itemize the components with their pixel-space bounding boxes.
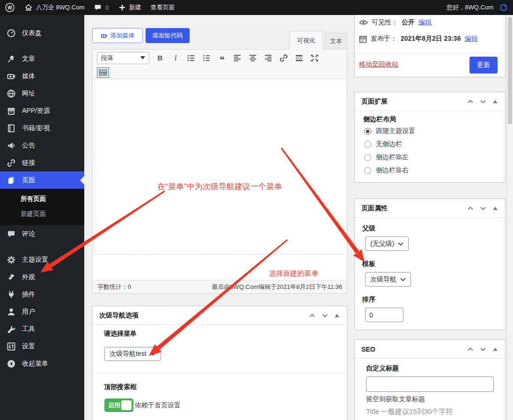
sidebar-item-label: 主题设置 <box>22 256 48 264</box>
sidebar-item-appearance[interactable]: 外观 <box>0 268 84 286</box>
sidebar-item-label: 页面 <box>22 176 35 184</box>
sidebar-item-label: 仪表盘 <box>22 29 42 37</box>
read-more-button[interactable] <box>294 53 304 63</box>
published-value: 2021年8月2日 23:36 <box>401 35 461 43</box>
menu-select[interactable]: 次级导航test <box>104 347 161 361</box>
blockquote-button[interactable]: ❝ <box>217 53 227 63</box>
add-media-label: 添加媒体 <box>110 31 135 40</box>
seo-panel: SEO 自定义标题 留空则获取文章标题 Title 一般建议15到30个字符 <box>354 339 506 420</box>
align-left-button[interactable] <box>233 53 242 63</box>
calendar-icon <box>359 35 367 43</box>
update-button[interactable]: 更新 <box>469 57 498 74</box>
align-center-button[interactable] <box>248 53 257 63</box>
radio-sidebar-left[interactable] <box>364 154 371 161</box>
dropdown-arrow-icon <box>140 56 145 59</box>
move-up-icon[interactable] <box>467 205 474 212</box>
sidebar-item-pages[interactable]: 页面 <box>0 171 84 189</box>
radio-no-sidebar[interactable] <box>364 141 371 148</box>
sidebar-item-app-resources[interactable]: APP/资源 <box>0 102 84 119</box>
editor-content-area[interactable]: 在“菜单”中为次级导航建议一个菜单 <box>93 79 347 280</box>
parent-label: 父级 <box>362 224 375 233</box>
sidebar-item-books-movies[interactable]: 书籍/影视 <box>0 119 84 137</box>
sidebar-item-links-site[interactable]: 网址 <box>0 85 84 102</box>
sidebar-item-links[interactable]: 链接 <box>0 154 84 171</box>
radio-option-row: 跟随主题设置 <box>364 127 415 135</box>
sidebar-item-comments[interactable]: 评论 <box>0 225 84 243</box>
parent-select[interactable]: (无父级) <box>365 236 409 251</box>
align-right-button[interactable] <box>264 53 273 63</box>
wordpress-logo[interactable]: W <box>0 0 20 15</box>
section-divider <box>93 373 347 373</box>
edit-published-link[interactable]: 编辑 <box>464 35 477 43</box>
move-down-icon[interactable] <box>479 98 487 105</box>
insert-link-button[interactable] <box>279 53 288 63</box>
sidebar-item-label: 收起菜单 <box>22 360 48 368</box>
comments-shortcut[interactable]: 0 <box>89 0 113 15</box>
sidebar-item-dashboard[interactable]: 仪表盘 <box>0 24 84 42</box>
order-input[interactable] <box>365 308 403 322</box>
site-menu[interactable]: 八万企 8WQ.Com <box>20 0 89 15</box>
radio-sidebar-right[interactable] <box>364 167 371 174</box>
sidebar-item-users[interactable]: 用户 <box>0 303 84 320</box>
visibility-label: 可见性： <box>372 18 398 27</box>
page-scrollbar[interactable] <box>506 15 513 420</box>
bold-button[interactable]: B <box>155 53 165 63</box>
my-account-menu[interactable]: 您好，8WQ.Com <box>442 0 498 15</box>
collapse-panel-icon[interactable] <box>334 312 340 319</box>
submenu-all-pages[interactable]: 所有页面 <box>0 192 84 206</box>
sidebar-collapse-menu[interactable]: 收起菜单 <box>0 355 84 372</box>
submenu-new-page[interactable]: 新建页面 <box>0 206 84 221</box>
sidebar-item-theme-settings[interactable]: 主题设置 <box>0 251 84 268</box>
radio-option-row: 无侧边栏 <box>364 140 402 148</box>
move-up-icon[interactable] <box>467 98 474 105</box>
template-select[interactable]: 次级导航 <box>365 272 411 287</box>
collapse-panel-icon[interactable] <box>492 205 498 212</box>
radio-follow-theme[interactable] <box>364 128 371 135</box>
megaphone-icon <box>6 141 16 150</box>
sidebar-item-announcements[interactable]: 公告 <box>0 137 84 154</box>
move-down-icon[interactable] <box>479 346 487 353</box>
collapse-panel-icon[interactable] <box>492 346 498 353</box>
sidebar-item-media[interactable]: 媒体 <box>0 67 84 85</box>
avatar[interactable] <box>498 2 509 13</box>
move-up-icon[interactable] <box>308 312 316 319</box>
sidebar-item-label: 插件 <box>22 290 35 299</box>
custom-title-input[interactable] <box>366 376 494 392</box>
italic-button[interactable]: I <box>171 53 180 63</box>
new-content-menu[interactable]: 新建 <box>114 0 146 15</box>
wrench-icon <box>6 324 16 334</box>
toggle-knob <box>121 400 132 410</box>
tab-visual[interactable]: 可视化 <box>289 31 323 50</box>
collapse-panel-icon[interactable] <box>492 98 498 105</box>
move-up-icon[interactable] <box>467 346 474 353</box>
add-media-button[interactable]: 添加媒体 <box>92 28 143 43</box>
bullet-list-button[interactable] <box>186 53 196 63</box>
order-label: 排序 <box>362 295 375 304</box>
toolbar-toggle-button[interactable] <box>97 67 109 78</box>
paragraph-outline <box>94 79 344 255</box>
pages-icon <box>6 176 16 185</box>
fullscreen-button[interactable] <box>310 53 319 63</box>
move-down-icon[interactable] <box>479 205 487 212</box>
view-page-link[interactable]: 查看页面 <box>146 0 180 15</box>
sidebar-item-tools[interactable]: 工具 <box>0 320 84 338</box>
sidebar-layout-label: 侧边栏布局 <box>363 115 396 124</box>
numbered-list-button[interactable] <box>202 53 211 63</box>
paragraph-format-select[interactable]: 段落 <box>97 52 149 64</box>
select-chevron-icon <box>150 352 156 356</box>
move-down-icon[interactable] <box>321 312 329 319</box>
sidebar-item-settings[interactable]: 设置 <box>0 338 84 355</box>
tab-text[interactable]: 文本 <box>325 33 347 49</box>
sidebar-item-posts[interactable]: 文章 <box>0 50 84 67</box>
move-to-trash-link[interactable]: 移动至回收站 <box>359 60 398 69</box>
collapse-arrow-icon <box>6 359 16 368</box>
add-shortcode-button[interactable]: 添加短代码 <box>146 28 190 43</box>
user-icon <box>6 307 16 317</box>
secondary-nav-options-panel: 次级导航选项 请选择菜单 次级导航test 顶部搜索框 启用 依赖于首页设置 <box>92 306 347 420</box>
brush-icon <box>6 273 16 282</box>
sidebar-item-plugins[interactable]: 插件 <box>0 286 84 303</box>
sidebar-item-label: 媒体 <box>22 72 35 81</box>
top-search-toggle[interactable]: 启用 <box>104 398 133 412</box>
edit-visibility-link[interactable]: 编辑 <box>418 18 432 27</box>
scrollbar-thumb[interactable] <box>508 17 512 125</box>
